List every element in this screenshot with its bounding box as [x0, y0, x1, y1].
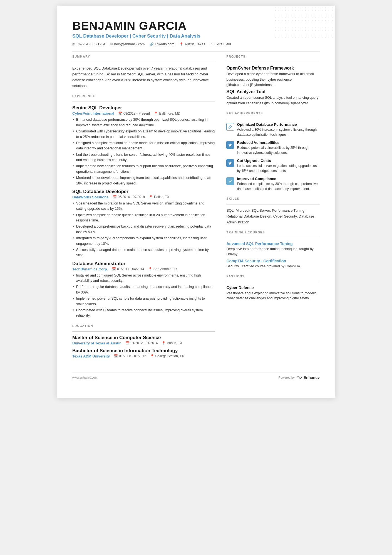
achievements-divider: [226, 119, 320, 119]
contact-row: ✆ +1-(234)-555-1234 ✉ help@enhancv.com 🔗…: [72, 42, 320, 46]
training-1-desc: Deep dive into performance tuning techni…: [226, 246, 320, 257]
achievement-1-content: Optimized Database Performance Achieved …: [237, 122, 320, 137]
project-2-title: SQL Analyzer Tool: [226, 89, 320, 94]
linkedin-icon: 🔗: [150, 42, 154, 46]
project-2: SQL Analyzer Tool Created an open-source…: [226, 89, 320, 106]
skills-text: SQL, Microsoft SQL Server, Performance T…: [226, 208, 320, 225]
job-3-location: 📍 San Antonio, TX: [148, 267, 178, 271]
pin-icon-4: 📍: [162, 341, 166, 345]
degree-2-meta: Texas A&M University 📅 01/2008 - 01/2012…: [72, 354, 215, 358]
achievement-2-icon: [226, 141, 234, 149]
enhancv-logo-icon: [296, 376, 302, 379]
achievement-1: Optimized Database Performance Achieved …: [226, 122, 320, 137]
job-2-company: DataWorks Solutions: [72, 195, 109, 199]
pin-icon-2: 📍: [149, 195, 153, 199]
job-1-bullets: Enhanced database performance by 30% thr…: [72, 117, 215, 186]
achievement-3-title: Cut Upgrade Costs: [237, 159, 320, 163]
summary-text: Experienced SQL Database Developer with …: [72, 66, 215, 89]
achievement-4-title: Improved Compliance: [237, 177, 320, 181]
job-1-location: 📍 Baltimore, MD: [154, 112, 180, 115]
pin-icon-1: 📍: [154, 112, 158, 115]
pin-icon-3: 📍: [148, 267, 152, 271]
summary-section: SUMMARY Experienced SQL Database Develop…: [72, 55, 215, 89]
training-divider: [226, 238, 320, 238]
job-1-bullet-3: Designed a complex relational database m…: [72, 140, 215, 151]
degree-2-location: 📍 College Station, TX: [150, 354, 184, 358]
calendar-icon-2: 📅: [113, 195, 117, 199]
projects-section: PROJECTS OpenCyber Defense Framework Dev…: [226, 55, 320, 106]
skills-divider: [226, 204, 320, 204]
passions-label: PASSIONS: [226, 275, 320, 278]
training-2-desc: Security+ certified course provided by C…: [226, 264, 320, 269]
training-2-title: CompTIA Security+ Certification: [226, 259, 320, 263]
job-2-bullet-5: Successfully managed database maintenanc…: [72, 247, 215, 258]
degree-1-meta: University of Texas at Austin 📅 01/2012 …: [72, 341, 215, 345]
achievements-label: KEY ACHIEVEMENTS: [226, 112, 320, 115]
education-divider: [72, 331, 215, 332]
job-3-company: TechDynamics Corp.: [72, 267, 108, 271]
left-column: SUMMARY Experienced SQL Database Develop…: [72, 55, 215, 364]
project-1-title: OpenCyber Defense Framework: [226, 66, 320, 71]
degree-1-institution: University of Texas at Austin: [72, 341, 121, 345]
job-2-bullet-1: Spearheaded the migration to a new SQL S…: [72, 201, 215, 212]
svg-marker-1: [229, 161, 232, 165]
degree-2-institution: Texas A&M University: [72, 354, 110, 358]
calendar-icon-5: 📅: [114, 354, 118, 358]
job-3-dates: 📅 01/2011 - 04/2014: [112, 267, 144, 271]
job-2-bullets: Spearheaded the migration to a new SQL S…: [72, 201, 215, 258]
achievement-3-icon: [226, 159, 234, 167]
achievement-4: Improved Compliance Enhanced compliance …: [226, 177, 320, 191]
project-1-desc: Developed a niche cyber defense framewor…: [226, 71, 320, 88]
degree-1-location: 📍 Austin, TX: [162, 341, 182, 345]
job-2-location: 📍 Dallas, TX: [149, 195, 169, 199]
right-column: PROJECTS OpenCyber Defense Framework Dev…: [226, 55, 320, 364]
job-1-meta: CyberPoint International 📅 08/2018 - Pre…: [72, 111, 215, 115]
job-3: Database Administrator TechDynamics Corp…: [72, 261, 215, 319]
projects-divider: [226, 62, 320, 62]
job-3-bullets: Installed and configured SQL Server acro…: [72, 273, 215, 319]
powered-by-text: Powered by: [279, 376, 295, 379]
project-1: OpenCyber Defense Framework Developed a …: [226, 66, 320, 88]
contact-linkedin: 🔗 linkedin.com: [150, 42, 174, 46]
job-1-company: CyberPoint International: [72, 111, 114, 115]
job-2-bullet-4: Integrated third-party API components to…: [72, 236, 215, 246]
contact-location: 📍 Austin, Texas: [179, 42, 205, 46]
achievement-2-title: Reduced Vulnerabilities: [237, 140, 320, 145]
header-divider: [72, 51, 320, 51]
contact-phone: ✆ +1-(234)-555-1234: [72, 42, 105, 46]
experience-section: EXPERIENCE Senior SQL Developer CyberPoi…: [72, 94, 215, 318]
job-3-title: Database Administrator: [72, 261, 215, 267]
location-icon: 📍: [179, 42, 183, 46]
degree-2: Bachelor of Science in Information Techn…: [72, 348, 215, 358]
achievement-2-desc: Reduced potential vulnerabilities by 25%…: [237, 145, 320, 155]
achievement-1-title: Optimized Database Performance: [237, 122, 320, 127]
job-2-bullet-2: Optimized complex database queries, resu…: [72, 213, 215, 223]
job-2: SQL Database Developer DataWorks Solutio…: [72, 189, 215, 258]
achievements-section: KEY ACHIEVEMENTS Optimized Database Perf…: [226, 112, 320, 191]
candidate-name: BENJAMIN GARCIA: [72, 19, 320, 32]
achievement-2-content: Reduced Vulnerabilities Reduced potentia…: [237, 140, 320, 155]
enhancv-brand-name: Enhancv: [304, 375, 320, 380]
footer: www.enhancv.com Powered by Enhancv: [72, 372, 320, 380]
job-1: Senior SQL Developer CyberPoint Internat…: [72, 105, 215, 186]
achievement-3-content: Cut Upgrade Costs Led a successful serve…: [237, 159, 320, 173]
job-1-bullet-1: Enhanced database performance by 30% thr…: [72, 117, 215, 128]
job-3-bullet-3: Implemented powerful SQL scripts for dat…: [72, 296, 215, 307]
experience-divider: [72, 102, 215, 102]
education-section: EDUCATION Master of Science in Computer …: [72, 324, 215, 358]
job-1-bullet-6: Mentored junior developers, improving te…: [72, 175, 215, 186]
training-1-title: Advanced SQL Performance Tuning: [226, 241, 320, 246]
skills-label: SKILLS: [226, 197, 320, 200]
calendar-icon-4: 📅: [125, 341, 130, 345]
achievement-1-icon: [226, 123, 234, 131]
degree-1-dates: 📅 01/2012 - 01/2014: [125, 341, 158, 345]
contact-extra: ☆ Extra Field: [210, 42, 231, 46]
enhancv-logo: Enhancv: [296, 375, 320, 380]
passion-1: Cyber Defense Passionate about exploring…: [226, 285, 320, 301]
resume-page: BENJAMIN GARCIA SQL Database Developer |…: [57, 6, 335, 398]
job-3-bullet-1: Installed and configured SQL Server acro…: [72, 273, 215, 284]
achievement-4-icon: [226, 177, 234, 185]
degree-2-title: Bachelor of Science in Information Techn…: [72, 348, 215, 354]
passions-divider: [226, 282, 320, 282]
degree-2-dates: 📅 01/2008 - 01/2012: [114, 354, 146, 358]
